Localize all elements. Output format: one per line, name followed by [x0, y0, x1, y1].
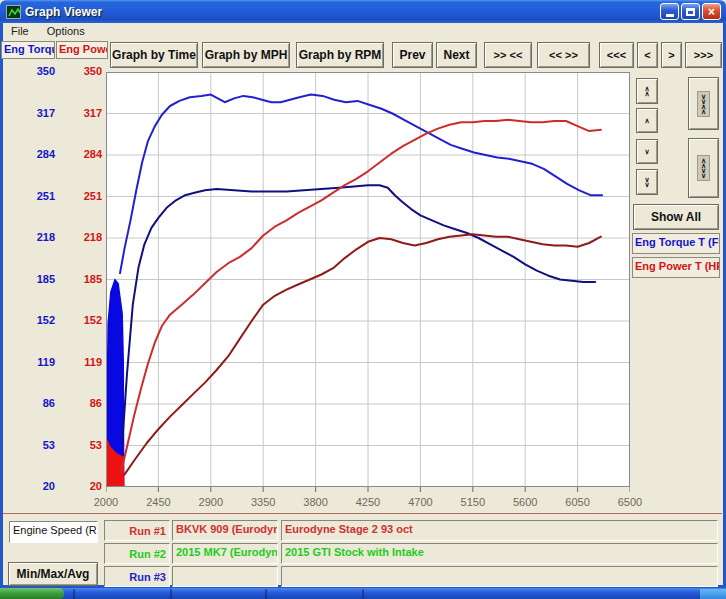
scroll-right-button[interactable]: >	[661, 42, 682, 68]
run1-label: Run #1	[104, 520, 170, 541]
graph-by-time-button[interactable]: Graph by Time	[110, 42, 198, 68]
y-tick-label-power: 317	[60, 107, 102, 119]
x-tick-label: 4250	[348, 496, 388, 508]
x-tick-label: 2900	[191, 496, 231, 508]
min-max-avg-button[interactable]: Min/Max/Avg	[8, 562, 98, 586]
run2-label: Run #2	[104, 543, 170, 564]
zoom-out-horizontal-button[interactable]: << >>	[537, 42, 590, 68]
chevron-up-icon: ∧	[644, 118, 649, 123]
scroll-far-left-button[interactable]: <<<	[599, 42, 634, 68]
y-tick-label-power: 350	[60, 65, 102, 77]
x-tick-label: 5150	[453, 496, 493, 508]
collapse-vertical-icon: ∨ ∨ ∧ ∧	[697, 91, 710, 117]
y-tick-label-torque: 251	[8, 190, 55, 202]
eng-torque-axis-header[interactable]: Eng Torqu	[1, 41, 55, 59]
graph-by-rpm-button[interactable]: Graph by RPM	[296, 42, 384, 68]
menu-bar: File Options	[3, 23, 723, 40]
y-tick-label-power: 218	[60, 231, 102, 243]
x-axis-channel-field[interactable]: Engine Speed (RPI	[9, 521, 98, 543]
close-icon: ×	[708, 5, 715, 19]
x-tick-label: 2450	[138, 496, 178, 508]
x-tick-label: 5600	[505, 496, 545, 508]
window-title: Graph Viewer	[25, 5, 102, 19]
y-tick-label-power: 152	[60, 314, 102, 326]
y-tick-label-power: 53	[60, 439, 102, 451]
legend-power[interactable]: Eng Power T (HP)	[632, 257, 720, 278]
scroll-up-button[interactable]: ∧	[636, 108, 658, 133]
menu-file[interactable]: File	[9, 24, 31, 39]
x-tick-label: 3800	[296, 496, 336, 508]
y-tick-label-power: 86	[60, 397, 102, 409]
run2-desc-field[interactable]: 2015 GTI Stock with Intake	[281, 543, 718, 564]
y-tick-label-torque: 317	[8, 107, 55, 119]
y-tick-label-torque: 119	[8, 356, 55, 368]
y-tick-label-power: 251	[60, 190, 102, 202]
y-tick-label-torque: 53	[8, 439, 55, 451]
y-tick-label-power: 20	[60, 480, 102, 492]
y-tick-label-power: 284	[60, 148, 102, 160]
y-tick-label-torque: 20	[8, 480, 55, 492]
taskbar-divider	[265, 589, 267, 599]
x-tick-label: 6050	[558, 496, 598, 508]
x-tick-label: 2000	[86, 496, 126, 508]
y-tick-label-torque: 86	[8, 397, 55, 409]
expand-vertical-icon: ∧ ∧ ∨ ∨	[697, 155, 710, 181]
run2-file-field[interactable]: 2015 MK7 (Eurodyne, E	[172, 543, 278, 564]
scroll-down-button[interactable]: ∨	[636, 139, 658, 164]
maximize-button[interactable]	[681, 3, 700, 20]
scroll-far-right-button[interactable]: >>>	[685, 42, 722, 68]
minimize-button[interactable]	[660, 3, 679, 20]
zoom-in-horizontal-button[interactable]: >> <<	[484, 42, 532, 68]
maximize-icon	[686, 8, 695, 16]
prev-button[interactable]: Prev	[392, 42, 433, 68]
y-tick-label-torque: 218	[8, 231, 55, 243]
x-tick-label: 6500	[610, 496, 650, 508]
double-chevron-down-icon: ∨ ∨	[644, 177, 649, 187]
graph-by-mph-button[interactable]: Graph by MPH	[202, 42, 290, 68]
taskbar-task-segment[interactable]	[700, 589, 726, 599]
zoom-out-vertical-button[interactable]: ∧ ∧ ∨ ∨	[688, 138, 719, 198]
legend-torque[interactable]: Eng Torque T (Ft-L	[632, 233, 720, 254]
panel-divider	[2, 513, 722, 514]
menu-options[interactable]: Options	[45, 24, 87, 39]
double-chevron-up-icon: ∧ ∧	[644, 86, 649, 96]
taskbar-divider	[170, 589, 172, 599]
start-button[interactable]	[0, 588, 64, 599]
y-tick-label-torque: 185	[8, 273, 55, 285]
run3-label: Run #3	[104, 566, 170, 587]
taskbar-divider	[362, 589, 364, 599]
title-bar[interactable]: Graph Viewer ×	[0, 0, 726, 23]
next-button[interactable]: Next	[436, 42, 477, 68]
run3-desc-field[interactable]	[281, 566, 718, 587]
taskbar-divider	[73, 589, 75, 599]
y-tick-label-power: 119	[60, 356, 102, 368]
zoom-in-vertical-button[interactable]: ∨ ∨ ∧ ∧	[688, 77, 719, 130]
app-icon	[6, 5, 21, 19]
y-tick-label-power: 185	[60, 273, 102, 285]
graph-viewer-window: Graph Viewer × File Options Eng Torqu En…	[0, 0, 726, 599]
chart-plot-area[interactable]	[106, 72, 630, 497]
chevron-down-icon: ∨	[644, 149, 649, 154]
scroll-left-button[interactable]: <	[637, 42, 658, 68]
run1-desc-field[interactable]: Eurodyne Stage 2 93 oct	[281, 520, 718, 541]
taskbar[interactable]	[0, 588, 726, 599]
close-button[interactable]: ×	[702, 3, 721, 20]
minimize-icon	[666, 14, 674, 17]
run3-file-field[interactable]	[172, 566, 278, 587]
dyno-chart	[106, 72, 630, 493]
eng-power-axis-header[interactable]: Eng Powe	[56, 41, 108, 59]
y-tick-label-torque: 350	[8, 65, 55, 77]
y-tick-label-torque: 284	[8, 148, 55, 160]
y-tick-label-torque: 152	[8, 314, 55, 326]
x-tick-label: 3350	[243, 496, 283, 508]
x-tick-label: 4700	[400, 496, 440, 508]
scroll-down-fast-button[interactable]: ∨ ∨	[636, 169, 658, 195]
run1-file-field[interactable]: BKVK 909 (Eurodyne, E	[172, 520, 278, 541]
show-all-button[interactable]: Show All	[633, 204, 719, 230]
scroll-up-fast-button[interactable]: ∧ ∧	[636, 78, 658, 104]
